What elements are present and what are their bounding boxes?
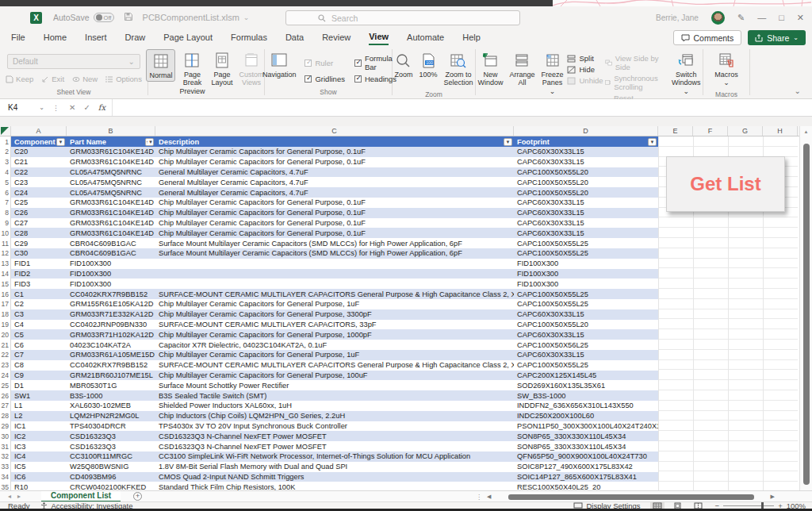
cell-description[interactable] [155, 269, 514, 279]
cell-description[interactable]: Chip Multilayer Ceramic Capacitors for G… [155, 157, 514, 167]
cell-component[interactable]: C9 [11, 371, 67, 381]
confirm-entry-icon[interactable]: ✓ [83, 103, 90, 112]
cell-part-name[interactable]: CL05A475MQ5NRNC [67, 187, 155, 198]
cell-part-name[interactable]: CSD16323Q3 [67, 441, 155, 451]
cell-component[interactable]: C27 [11, 218, 67, 229]
cell-part-name[interactable]: CBR04C609B1GAC [67, 248, 155, 259]
cell-part-name[interactable]: GRM21BR60J107ME15L [67, 371, 155, 381]
cell-component[interactable]: IC4 [11, 451, 67, 462]
cell-footprint[interactable]: FID100X300 [514, 259, 658, 269]
row-number[interactable]: 18 [0, 309, 11, 320]
excel-app-icon[interactable]: X [30, 12, 42, 24]
options-button[interactable]: Options [105, 75, 142, 83]
cell-component[interactable]: C20 [11, 147, 67, 157]
cell-part-name[interactable]: GRM033R61C104KE14D [67, 228, 155, 238]
cell-component[interactable]: C8 [11, 360, 67, 371]
cell-component[interactable]: C29 [11, 238, 67, 248]
new-sheet-view-button[interactable]: New [72, 75, 98, 83]
cell-description[interactable]: CSD16323Q3 N-Channel NexFET Power MOSFET [155, 431, 514, 441]
drag-handle-icon[interactable]: ⋮ [49, 104, 63, 112]
cell-component[interactable]: C21 [11, 157, 67, 167]
cell-part-name[interactable]: CC3100R11MRGC [67, 451, 155, 462]
filter-dropdown-icon[interactable]: ▼ [648, 138, 657, 146]
user-name[interactable]: Berrie, Jane [656, 13, 699, 22]
pencil-icon[interactable]: ✎ [737, 13, 745, 23]
row-number[interactable]: 7 [0, 198, 11, 208]
autosave-switch[interactable]: Off [94, 13, 114, 22]
row-number[interactable]: 35 [0, 482, 11, 490]
cell-component[interactable]: D1 [11, 380, 67, 390]
cell-footprint[interactable]: PSON11P50_300X300X100L40X24T240X165 [514, 421, 658, 432]
navigation-button[interactable]: Navigation [260, 49, 299, 80]
cell-footprint[interactable]: CAPC100X50X55L20 [514, 320, 658, 330]
cell-description[interactable]: Capacitor X7R Dielectric, 04023C104KAT2A… [155, 340, 514, 350]
menu-tab-draw[interactable]: Draw [125, 30, 146, 44]
cell-description[interactable]: General Multilayer Ceramic Capacitors, 4… [155, 167, 514, 178]
cell-component[interactable]: C7 [11, 350, 67, 360]
horizontal-scrollbar[interactable]: ⋮ ◀ ▶ [476, 493, 802, 501]
cell-description[interactable]: Surface Mount Schottky Power Rectifier [155, 380, 514, 390]
cell-description[interactable]: Surface Mount Multilayer Ceramic Capacit… [155, 238, 514, 248]
cell-footprint[interactable]: QFN65P50_900X900X100L40X24T730 [514, 451, 658, 462]
cell-part-name[interactable]: CC0402JRNP09BN330 [67, 320, 155, 330]
column-header-B[interactable]: B [67, 126, 155, 136]
checkbox-icon[interactable] [354, 60, 362, 67]
cell-footprint[interactable]: CAPC60X30X33L15 [514, 147, 658, 157]
scrollbar-grip-icon[interactable]: ⋮ [476, 494, 482, 501]
page-break-preview-button[interactable]: Page Break Preview [177, 49, 207, 97]
cell-description[interactable]: SURFACE-MOUNT CERAMIC MULTILAYER CAPACIT… [155, 289, 514, 299]
row-number[interactable]: 25 [0, 380, 11, 390]
minimize-button[interactable]: — [757, 13, 766, 22]
cell-description[interactable]: Chip Multilayer Ceramic Capacitors for G… [155, 329, 514, 340]
horizontal-scroll-track[interactable] [496, 494, 765, 500]
vertical-scrollbar[interactable]: ▲ [799, 126, 812, 490]
cell-part-name[interactable]: GRM033R61C104KE14D [67, 208, 155, 218]
scroll-right-icon[interactable]: ▶ [770, 494, 774, 500]
menu-tab-review[interactable]: Review [322, 30, 350, 44]
cell-footprint[interactable]: CAPC200X125X145L45 [514, 371, 658, 381]
zoom-button[interactable]: Zoom [392, 49, 415, 80]
cell-footprint[interactable]: CAPC60X30X33L15 [514, 350, 658, 360]
cell-description[interactable]: Chip Multilayer Ceramic Capacitors for G… [155, 228, 514, 238]
row-number[interactable]: 8 [0, 208, 11, 218]
cell-description[interactable]: Shielded Power Inductors XAL60xx, 1uH [155, 401, 514, 411]
cell-component[interactable]: C5 [11, 329, 67, 340]
formula-input[interactable] [112, 99, 812, 116]
cell-description[interactable]: Chip Inductors (Chip Coils) LQM2HPN_G0 S… [155, 411, 514, 421]
cell-part-name[interactable]: FID100X300 [67, 259, 155, 269]
cell-description[interactable]: 1.8V 8M-Bit Serial Flash Memory with Dua… [155, 462, 514, 472]
cell-component[interactable]: C6 [11, 340, 67, 350]
cell-part-name[interactable]: FID100X300 [67, 279, 155, 289]
cell-footprint[interactable]: SW_B3S-1000 [514, 390, 658, 401]
cell-footprint[interactable]: CAPC60X30X33L15 [514, 329, 658, 340]
menu-tab-help[interactable]: Help [462, 30, 481, 44]
row-number[interactable]: 10 [0, 228, 11, 238]
cell-description[interactable]: SURFACE-MOUNT CERAMIC MULTILAYER CAPACIT… [155, 360, 514, 371]
insert-function-icon[interactable]: fx [98, 103, 105, 112]
cell-footprint[interactable]: CAPC100X50X55L25 [514, 299, 658, 309]
macros-button[interactable]: Macros⌄ [712, 49, 741, 89]
cell-part-name[interactable]: GRM033R61C104KE14D [67, 157, 155, 167]
cell-footprint[interactable]: CAPC100X50X56L25 [514, 340, 658, 350]
cell-part-name[interactable]: CD4093BM96 [67, 472, 155, 482]
row-number[interactable]: 16 [0, 289, 11, 299]
checkbox-formula-bar[interactable]: Formula Bar [354, 56, 396, 70]
cell-description[interactable]: Chip Multilayer Ceramic Capacitors for G… [155, 208, 514, 218]
scroll-left-icon[interactable]: ◀ [487, 494, 491, 500]
cell-description[interactable]: Surface Mount Multilayer Ceramic Capacit… [155, 248, 514, 259]
column-header-A[interactable]: A [11, 126, 67, 136]
cell-footprint[interactable]: CAPC100X50X55L20 [514, 187, 658, 198]
avatar[interactable] [711, 11, 725, 25]
cell-footprint[interactable]: INDDFN2_636X656X310L143X550 [514, 401, 658, 411]
row-number[interactable]: 33 [0, 462, 11, 472]
cell-description[interactable]: TPS4030x 3V TO 20V Input Synchronous Buc… [155, 421, 514, 432]
filter-sorted-icon[interactable]: ↑▼ [145, 138, 154, 146]
cell-part-name[interactable]: CRCW0402100KFKED [67, 482, 155, 490]
exit-button[interactable]: Exit [41, 75, 64, 83]
cell-footprint[interactable]: CAPC100X50X55L25 [514, 360, 658, 371]
checkbox-icon[interactable] [304, 60, 312, 67]
cell-description[interactable]: General Multilayer Ceramic Capacitors, 4… [155, 177, 514, 187]
cell-footprint[interactable]: CAPC100X50X55L25 [514, 289, 658, 299]
cell-footprint[interactable]: CAPC60X30X33L15 [514, 309, 658, 320]
menu-tab-insert[interactable]: Insert [85, 30, 107, 44]
